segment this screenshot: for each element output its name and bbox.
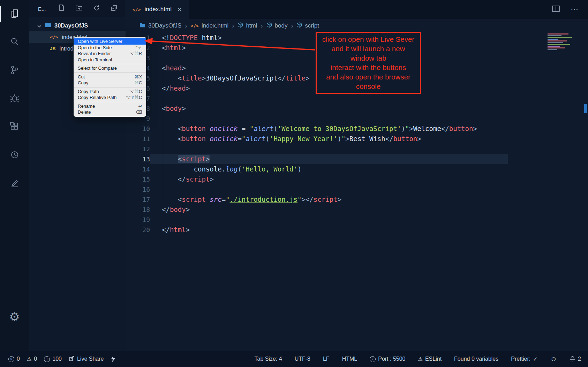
explorer-view-button[interactable] (0, 0, 29, 28)
menu-item-reveal-in-finder[interactable]: Reveal in Finder ⌥⌘R (74, 51, 146, 57)
refresh-icon[interactable] (93, 4, 100, 13)
warning-icon: ⚠ (27, 356, 31, 362)
menu-item-open-in-terminal[interactable]: Open in Terminal (74, 57, 146, 63)
variables-indicator[interactable]: Found 0 variables (454, 356, 498, 362)
menu-item-delete[interactable]: Delete ⌫ (74, 109, 146, 115)
breadcrumb-item-body[interactable]: body (266, 22, 288, 30)
port-indicator[interactable]: ∕ Port : 5500 (370, 356, 405, 362)
history-view-button[interactable] (0, 141, 29, 169)
menu-item-copy-relative-path[interactable]: Copy Relative Path ⌥⇧⌘C (74, 94, 146, 101)
search-view-button[interactable] (0, 28, 29, 56)
code-line[interactable]: 11 <button onclick="alert('Happy New Yea… (126, 134, 588, 144)
eol-indicator[interactable]: LF (323, 356, 330, 362)
live-share-button[interactable]: Live Share (69, 355, 104, 363)
code-token (162, 196, 178, 203)
line-number[interactable]: 11 (126, 134, 150, 144)
line-number[interactable]: 10 (126, 124, 150, 134)
code-token: ( (273, 125, 277, 132)
line-number[interactable]: 14 (126, 164, 150, 174)
language-indicator[interactable]: HTML (342, 356, 357, 362)
code-line[interactable]: 16 (126, 184, 588, 194)
new-folder-icon[interactable] (75, 4, 83, 13)
code-token: src (210, 196, 221, 203)
notifications-bell[interactable]: 2 (570, 355, 581, 363)
line-number[interactable]: 15 (126, 174, 150, 184)
code-token: ./introduction.js (230, 196, 297, 203)
problems-errors[interactable]: × 0 (8, 356, 20, 362)
menu-item-cut[interactable]: Cut ⌘X (74, 74, 146, 80)
code-token: > (206, 155, 210, 163)
code-line[interactable]: 9 (126, 114, 588, 124)
code-token: </ (162, 206, 170, 213)
code-token: > (473, 125, 477, 132)
code-text: <body> (150, 104, 508, 114)
problems-warnings[interactable]: ⚠ 0 (27, 356, 37, 362)
breadcrumb-item-script[interactable]: script (296, 22, 319, 30)
code-token: < (162, 64, 166, 72)
explorer-root-folder[interactable]: 30DaysOfJS (29, 20, 126, 31)
eslint-indicator[interactable]: ⚠ ESLint (418, 356, 442, 362)
code-line[interactable]: 13 <script> (126, 154, 588, 164)
menu-item-open-with-live-server[interactable]: Open with Live Server (74, 38, 146, 45)
line-number[interactable]: 13 (126, 154, 150, 164)
split-editor-icon[interactable] (552, 5, 560, 14)
line-number[interactable]: 12 (126, 144, 150, 154)
menu-item-open-to-the-side[interactable]: Open to the Side ⌃↵ (74, 45, 146, 51)
vscode-window: ⚙ E... (0, 0, 588, 367)
line-number[interactable]: 18 (126, 205, 150, 215)
menu-item-rename[interactable]: Rename ↩ (74, 103, 146, 109)
extensions-view-button[interactable] (0, 113, 29, 141)
prettier-indicator[interactable]: Prettier: ✓ (511, 356, 537, 362)
minimap[interactable] (548, 33, 582, 52)
flash-icon[interactable] (111, 356, 115, 362)
tab-size-indicator[interactable]: Tab Size: 4 (254, 356, 282, 362)
code-token: " (341, 135, 345, 143)
collapse-folders-icon[interactable] (110, 4, 118, 13)
feedback-smiley-icon[interactable]: ☺ (550, 355, 557, 363)
code-token: > (186, 84, 190, 92)
run-debug-view-button[interactable] (0, 85, 29, 113)
code-token: button (182, 135, 206, 143)
settings-gear-icon[interactable]: ⚙ (0, 310, 29, 324)
code-token: </ (178, 175, 186, 183)
code-line[interactable]: 8<body> (126, 104, 588, 114)
code-line[interactable]: 10 <button onclick = "alert('Welcome to … (126, 124, 588, 134)
source-control-view-button[interactable] (0, 56, 29, 85)
code-token: body (166, 105, 182, 112)
code-text: <button onclick="alert('Happy New Year!'… (150, 134, 508, 144)
info-icon: i (44, 356, 50, 362)
line-number[interactable]: 19 (126, 215, 150, 225)
code-line[interactable]: 18</body> (126, 205, 588, 215)
breadcrumb-item-html[interactable]: html (238, 22, 257, 30)
menu-item-copy[interactable]: Copy ⌘C (74, 80, 146, 86)
tab-index-html[interactable]: </> index.html × (126, 0, 189, 19)
code-line[interactable]: 19 (126, 215, 588, 225)
code-token: </ (306, 196, 314, 203)
line-number[interactable]: 16 (126, 184, 150, 194)
encoding-indicator[interactable]: UTF-8 (295, 356, 310, 362)
more-actions-icon[interactable]: ⋯ (571, 5, 579, 14)
close-icon[interactable]: × (178, 6, 182, 14)
line-number[interactable]: 20 (126, 225, 150, 235)
info-count[interactable]: i 100 (44, 356, 62, 362)
feedback-view-button[interactable] (0, 169, 29, 198)
code-text (150, 215, 508, 225)
code-token: < (162, 105, 166, 112)
code-line[interactable]: 12 (126, 144, 588, 154)
code-line[interactable]: 17 <script src="./introduction.js"></scr… (126, 194, 588, 205)
menu-item-copy-path[interactable]: Copy Path ⌥⌘C (74, 89, 146, 95)
code-line[interactable]: 7 (126, 93, 588, 104)
overview-ruler-marker[interactable] (584, 104, 587, 113)
breadcrumb-item-file[interactable]: </> index.html (190, 22, 228, 29)
code-token: log (226, 165, 238, 173)
tab-label: index.html (144, 6, 171, 13)
new-file-icon[interactable] (58, 4, 66, 13)
code-token: </ (385, 135, 393, 143)
code-line[interactable]: 20</html> (126, 225, 588, 235)
menu-item-select-for-compare[interactable]: Select for Compare (74, 65, 146, 71)
code-line[interactable]: 15 </script> (126, 174, 588, 184)
code-line[interactable]: 14 console.log('Hello, World') (126, 164, 588, 174)
line-number[interactable]: 17 (126, 194, 150, 205)
pen-icon (9, 177, 20, 190)
breadcrumb-item-folder[interactable]: 30DaysOfJS (140, 22, 181, 29)
